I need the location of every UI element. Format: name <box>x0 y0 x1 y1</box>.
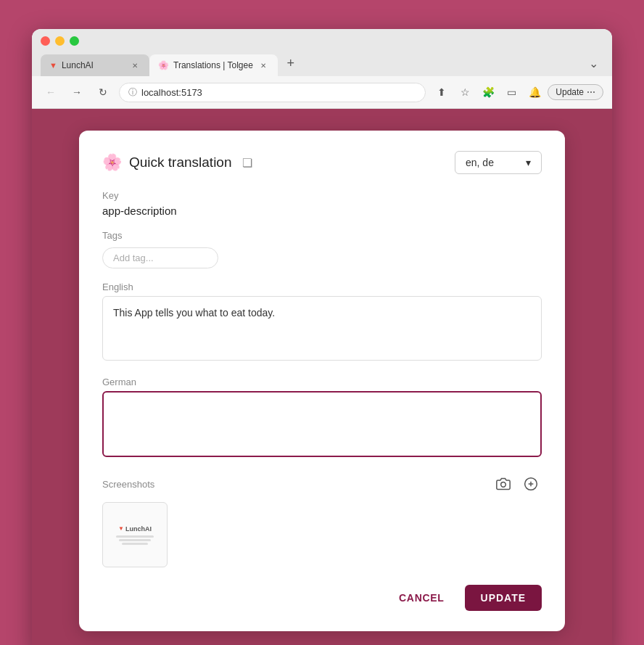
screenshots-icons <box>492 473 542 495</box>
notification-icon[interactable]: 🔔 <box>524 82 545 102</box>
screenshots-label: Screenshots <box>102 479 154 490</box>
screenshots-header: Screenshots <box>102 473 542 495</box>
dialog-header: 🌸 Quick translation ❏ en, de ▾ <box>102 151 542 174</box>
key-label: Key <box>102 190 542 201</box>
update-button[interactable]: Update ⋯ <box>548 84 603 100</box>
camera-icon-button[interactable] <box>492 473 514 495</box>
page-content: 🌸 Quick translation ❏ en, de ▾ Key app-d… <box>32 109 612 645</box>
address-bar: ← → ↻ ⓘ localhost:5173 ⬆ ☆ 🧩 ▭ 🔔 Update … <box>32 76 612 109</box>
traffic-lights <box>41 36 603 46</box>
add-screenshot-button[interactable] <box>520 473 542 495</box>
tab-label-lunchai: LunchAI <box>62 60 94 70</box>
tags-placeholder: Add tag... <box>113 252 154 263</box>
dialog-title-group: 🌸 Quick translation ❏ <box>102 153 252 172</box>
english-label: English <box>102 282 542 292</box>
browser-titlebar: ▼ LunchAI ✕ 🌸 Translations | Tolgee ✕ + … <box>32 29 612 76</box>
tags-input[interactable]: Add tag... <box>102 247 218 268</box>
screenshot-mini-lines <box>116 535 154 545</box>
tabs-row: ▼ LunchAI ✕ 🌸 Translations | Tolgee ✕ + … <box>41 53 603 76</box>
tab-tolgee[interactable]: 🌸 Translations | Tolgee ✕ <box>149 54 278 76</box>
tags-field-group: Tags Add tag... <box>102 230 542 268</box>
back-button[interactable]: ← <box>41 82 61 102</box>
dialog-icon: 🌸 <box>102 153 122 172</box>
address-input[interactable]: ⓘ localhost:5173 <box>119 83 426 102</box>
screenshot-thumbnail[interactable]: ▼ LunchAI <box>102 502 168 567</box>
german-textarea[interactable] <box>102 391 542 457</box>
minimize-traffic-light[interactable] <box>55 36 65 46</box>
sidebar-icon[interactable]: ▭ <box>501 82 521 102</box>
update-button[interactable]: UPDATE <box>465 585 542 611</box>
address-text: localhost:5173 <box>141 87 202 98</box>
cancel-button[interactable]: CANCEL <box>387 585 456 611</box>
english-textarea[interactable] <box>102 296 542 361</box>
new-tab-button[interactable]: + <box>281 53 301 73</box>
info-icon: ⓘ <box>128 86 137 99</box>
german-field-group: German <box>102 377 542 460</box>
quick-translation-dialog: 🌸 Quick translation ❏ en, de ▾ Key app-d… <box>79 131 565 631</box>
tab-label-tolgee: Translations | Tolgee <box>173 60 253 70</box>
dialog-title: Quick translation <box>129 155 232 171</box>
language-selector[interactable]: en, de ▾ <box>455 151 542 174</box>
screenshot-mini-logo: ▼ LunchAI <box>116 525 154 533</box>
window-menu-button[interactable]: ⌄ <box>583 53 603 73</box>
tab-favicon-lunchai: ▼ <box>49 61 57 70</box>
german-label: German <box>102 377 542 387</box>
tags-label: Tags <box>102 230 542 241</box>
dialog-footer: CANCEL UPDATE <box>102 585 542 611</box>
external-link-icon[interactable]: ❏ <box>242 156 252 170</box>
update-chevron: ⋯ <box>587 87 595 97</box>
toolbar-icons: ⬆ ☆ 🧩 ▭ 🔔 Update ⋯ <box>432 82 603 102</box>
screenshot-inner: ▼ LunchAI <box>110 519 160 551</box>
extensions-icon[interactable]: 🧩 <box>478 82 498 102</box>
english-field-group: English <box>102 282 542 363</box>
close-traffic-light[interactable] <box>41 36 50 46</box>
svg-point-0 <box>501 482 506 488</box>
bookmark-icon[interactable]: ☆ <box>455 82 475 102</box>
maximize-traffic-light[interactable] <box>70 36 79 46</box>
tab-favicon-tolgee: 🌸 <box>158 60 169 70</box>
tab-lunchai[interactable]: ▼ LunchAI ✕ <box>41 54 149 76</box>
share-icon[interactable]: ⬆ <box>432 82 452 102</box>
key-field-group: Key app-description <box>102 190 542 217</box>
key-value: app-description <box>102 205 542 217</box>
tab-close-tolgee[interactable]: ✕ <box>257 59 269 71</box>
chevron-down-icon: ▾ <box>526 157 531 168</box>
reload-button[interactable]: ↻ <box>93 82 113 102</box>
tab-close-lunchai[interactable]: ✕ <box>129 59 141 71</box>
browser-window: ▼ LunchAI ✕ 🌸 Translations | Tolgee ✕ + … <box>32 29 612 645</box>
forward-button[interactable]: → <box>67 82 87 102</box>
screenshots-section: Screenshots <box>102 473 542 567</box>
language-value: en, de <box>466 157 494 168</box>
update-label: Update <box>556 87 584 97</box>
